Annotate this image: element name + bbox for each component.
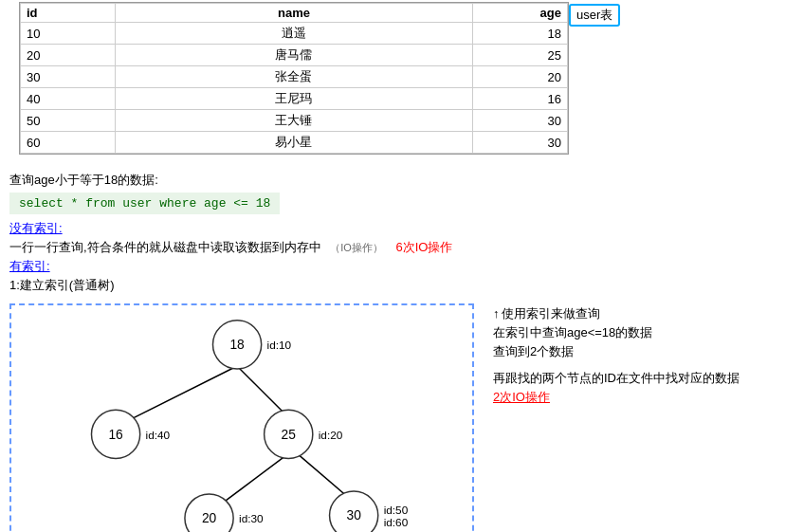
node-ml-value: 20 (202, 511, 217, 525)
has-index-label: 有索引: (9, 259, 50, 273)
right-line1: 在索引中查询age<=18的数据 (493, 324, 795, 341)
right-panel: ↑使用索引来做查询 在索引中查询age<=18的数据 查询到2个数据 再跟找的两… (484, 303, 795, 532)
table-row: 30张全蛋20 (21, 66, 568, 88)
table-row: 40王尼玛16 (21, 88, 568, 110)
index-item: 1:建立索引(普通树) (9, 277, 795, 294)
cell-id: 50 (21, 110, 116, 132)
header-name: name (116, 4, 472, 23)
scan-desc-text: 一行一行查询,符合条件的就从磁盘中读取该数据到内存中 (9, 240, 321, 254)
edge-middle-ml (218, 450, 293, 506)
right-io: 2次IO操作 (493, 389, 795, 406)
query-section: 查询age小于等于18的数据: select * from user where… (0, 168, 804, 300)
cell-name: 王大锤 (116, 110, 472, 132)
node-mr-label2: id:60 (384, 516, 409, 529)
cell-name: 唐马儒 (116, 45, 472, 66)
user-table-label: user表 (569, 4, 620, 27)
arrow-label: 使用索引来做查询 (502, 306, 600, 321)
tree-svg: 18 id:10 16 id:40 25 id:20 20 id:30 30 i… (11, 305, 472, 532)
right-io-text: 2次IO操作 (493, 390, 550, 404)
sql-box: select * from user where age <= 18 (9, 193, 280, 214)
no-index-label: 没有索引: (9, 221, 63, 235)
right-arrow-text: ↑使用索引来做查询 (493, 305, 795, 322)
table-row: 20唐马儒25 (21, 45, 568, 66)
node-left-label: id:40 (146, 429, 171, 442)
right-line2: 查询到2个数据 (493, 343, 795, 360)
top-area: id name age 10逍遥1820唐马儒2530张全蛋2040王尼玛165… (0, 2, 804, 162)
header-age: age (472, 4, 567, 23)
cell-id: 60 (21, 132, 116, 154)
cell-name: 逍遥 (116, 23, 472, 45)
cell-age: 30 (472, 110, 567, 132)
table-container: id name age 10逍遥1820唐马儒2530张全蛋2040王尼玛165… (19, 2, 569, 155)
cell-id: 20 (21, 45, 116, 66)
cell-age: 16 (472, 88, 567, 110)
cell-id: 30 (21, 66, 116, 88)
cell-age: 25 (472, 45, 567, 66)
node-mr-label1: id:50 (384, 504, 409, 517)
cell-id: 10 (21, 23, 116, 45)
node-left-value: 16 (108, 428, 123, 442)
tree-container: 18 id:10 16 id:40 25 id:20 20 id:30 30 i… (9, 303, 474, 532)
cell-age: 20 (472, 66, 567, 88)
node-middle-label: id:20 (319, 429, 343, 442)
main-content: 18 id:10 16 id:40 25 id:20 20 id:30 30 i… (0, 303, 804, 532)
cell-name: 王尼玛 (116, 88, 472, 110)
cell-age: 30 (472, 132, 567, 154)
scan-desc: 一行一行查询,符合条件的就从磁盘中读取该数据到内存中 （IO操作） 6次IO操作 (9, 239, 795, 256)
node-middle-value: 25 (282, 428, 297, 442)
io-paren-label: （IO操作） (330, 242, 383, 253)
edge-root-left (125, 366, 237, 422)
data-table: id name age 10逍遥1820唐马儒2530张全蛋2040王尼玛165… (20, 3, 568, 154)
node-root-label: id:10 (267, 339, 292, 352)
table-row: 10逍遥18 (21, 23, 568, 45)
cell-name: 张全蛋 (116, 66, 472, 88)
arrow-icon: ↑ (493, 306, 500, 321)
io-count-label: 6次IO操作 (396, 240, 453, 254)
query-title: 查询age小于等于18的数据: (9, 172, 795, 189)
table-header-row: id name age (21, 4, 568, 23)
node-ml-label: id:30 (239, 512, 264, 525)
cell-age: 18 (472, 23, 567, 45)
table-row: 60易小星30 (21, 132, 568, 154)
right-line3: 再跟找的两个节点的ID在文件中找对应的数据 (493, 370, 795, 387)
cell-name: 易小星 (116, 132, 472, 154)
node-mr-value: 30 (346, 508, 361, 523)
table-row: 50王大锤30 (21, 110, 568, 132)
header-id: id (21, 4, 116, 23)
node-root-value: 18 (229, 338, 245, 352)
cell-id: 40 (21, 88, 116, 110)
